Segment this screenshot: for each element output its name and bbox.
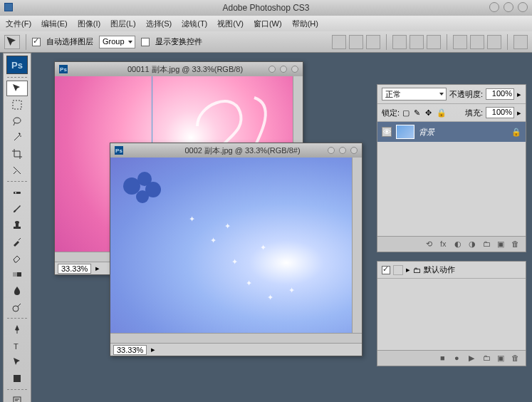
layer-name[interactable]: 背景 [419,127,434,138]
type-tool[interactable]: T [6,338,28,354]
blur-tool[interactable] [6,283,28,299]
history-brush-tool[interactable] [6,234,28,249]
opacity-flyout-icon[interactable]: ▸ [517,90,521,99]
lasso-tool[interactable] [6,113,28,129]
shape-tool[interactable] [6,371,28,386]
arrange-button[interactable] [513,35,528,49]
layer-style-icon[interactable]: fx [440,239,450,249]
fill-flyout-icon[interactable]: ▸ [517,108,521,118]
align-right-button[interactable] [427,35,441,49]
heal-tool[interactable] [6,185,28,200]
wand-tool[interactable] [6,130,28,145]
action-dialog-toggle[interactable] [393,265,403,275]
play-icon[interactable]: ▶ [469,354,479,364]
expand-icon[interactable]: ▸ [406,265,410,274]
app-titlebar: Adobe Photoshop CS3 [0,0,532,16]
slice-tool[interactable] [6,163,28,178]
doc-maximize-button[interactable] [280,66,287,73]
doc-close-button[interactable] [291,66,298,73]
move-tool[interactable] [6,81,28,96]
svg-rect-2 [14,192,21,194]
doc-close-button[interactable] [350,147,358,154]
dodge-tool[interactable] [6,299,28,315]
eraser-tool[interactable] [6,250,28,266]
doc-title-2: 0002 副本.jpg @ 33.3%(RGB/8#) [127,145,358,156]
doc-canvas-2[interactable]: ✦✦✦✦✦✦✦✦ [110,158,362,333]
adjustment-layer-icon[interactable]: ◑ [469,239,479,249]
close-button[interactable] [518,2,528,12]
opacity-input[interactable]: 100% [486,88,514,100]
menu-help[interactable]: 帮助(H) [292,19,318,29]
distribute-buttons [453,35,501,49]
doc-minimize-button[interactable] [268,66,276,73]
scrollbar-v[interactable] [352,158,362,333]
pen-tool[interactable] [6,321,28,337]
doc-info-icon[interactable]: ▸ [95,264,100,273]
layers-panel: 正常 不透明度: 100% ▸ 锁定: ▢ ✎ ✥ 🔒 填充: 100% ▸ 👁 [377,84,526,252]
doc-maximize-button[interactable] [339,147,346,154]
doc-minimize-button[interactable] [328,147,335,154]
maximize-button[interactable] [504,2,513,12]
doc-titlebar-1[interactable]: Ps 00011 副本.jpg @ 33.3%(RGB/8) [55,62,303,76]
document-window-2[interactable]: Ps 0002 副本.jpg @ 33.3%(RGB/8#) ✦✦✦✦✦✦✦✦ … [110,143,363,356]
separator [386,34,387,50]
align-bottom-button[interactable] [366,35,380,49]
zoom-input-2[interactable]: 33.33% [113,345,147,355]
blend-mode-dropdown[interactable]: 正常 [382,88,447,100]
layer-thumbnail[interactable] [396,125,414,139]
auto-select-checkbox[interactable] [32,38,41,46]
minimize-button[interactable] [489,2,499,12]
lock-transparency-icon[interactable]: ▢ [402,108,411,117]
align-left-button[interactable] [392,35,407,49]
marquee-tool[interactable] [6,97,28,113]
menu-view[interactable]: 视图(V) [217,19,244,29]
scrollbar-h[interactable] [110,333,362,343]
menu-image[interactable]: 图像(I) [78,19,100,29]
record-icon[interactable]: ● [454,354,464,364]
doc-info-icon[interactable]: ▸ [151,345,155,354]
path-select-tool[interactable] [6,354,28,370]
align-hcenter-button[interactable] [410,35,424,49]
menu-window[interactable]: 窗口(W) [254,19,282,29]
menu-layer[interactable]: 图层(L) [110,19,135,29]
notes-tool[interactable] [6,393,28,402]
brush-tool[interactable] [6,201,28,217]
auto-select-dropdown[interactable]: Group [99,36,135,48]
lock-all-icon[interactable]: 🔒 [437,108,445,117]
distribute-3-button[interactable] [487,35,501,49]
new-set-icon[interactable]: 🗀 [483,354,493,364]
crop-tool[interactable] [6,146,28,162]
align-vcenter-button[interactable] [349,35,363,49]
layer-mask-icon[interactable]: ◐ [454,239,464,249]
align-top-button[interactable] [332,35,346,49]
gradient-tool[interactable] [6,267,28,282]
distribute-h-button[interactable] [453,35,467,49]
layer-row[interactable]: 👁 背景 🔒 [377,122,526,142]
fill-input[interactable]: 100% [486,107,514,118]
move-tool-icon[interactable] [4,35,20,49]
menu-file[interactable]: 文件(F) [6,19,31,29]
delete-action-icon[interactable]: 🗑 [511,354,521,364]
lock-pixels-icon[interactable]: ✎ [414,108,422,117]
show-transform-checkbox[interactable] [141,38,150,46]
new-layer-icon[interactable]: ▣ [497,239,507,249]
link-layers-icon[interactable]: ⟲ [426,239,436,249]
visibility-toggle[interactable]: 👁 [382,127,392,137]
toolbox: Ps T [3,53,31,402]
menu-edit[interactable]: 编辑(E) [41,19,68,29]
doc-titlebar-2[interactable]: Ps 0002 副本.jpg @ 33.3%(RGB/8#) [110,143,362,158]
action-set-name[interactable]: 默认动作 [424,264,455,275]
stop-icon[interactable]: ■ [440,354,450,364]
menu-filter[interactable]: 滤镜(T) [182,19,207,29]
new-action-icon[interactable]: ▣ [497,354,507,364]
group-icon[interactable]: 🗀 [483,239,493,249]
fill-label: 填充: [465,108,483,118]
distribute-v-button[interactable] [470,35,484,49]
delete-layer-icon[interactable]: 🗑 [511,239,521,249]
zoom-input-1[interactable]: 33.33% [58,264,91,274]
lock-position-icon[interactable]: ✥ [425,108,434,117]
svg-text:✦: ✦ [246,279,252,287]
action-toggle-checkbox[interactable] [382,266,390,274]
stamp-tool[interactable] [6,217,28,233]
menu-select[interactable]: 选择(S) [146,19,172,29]
